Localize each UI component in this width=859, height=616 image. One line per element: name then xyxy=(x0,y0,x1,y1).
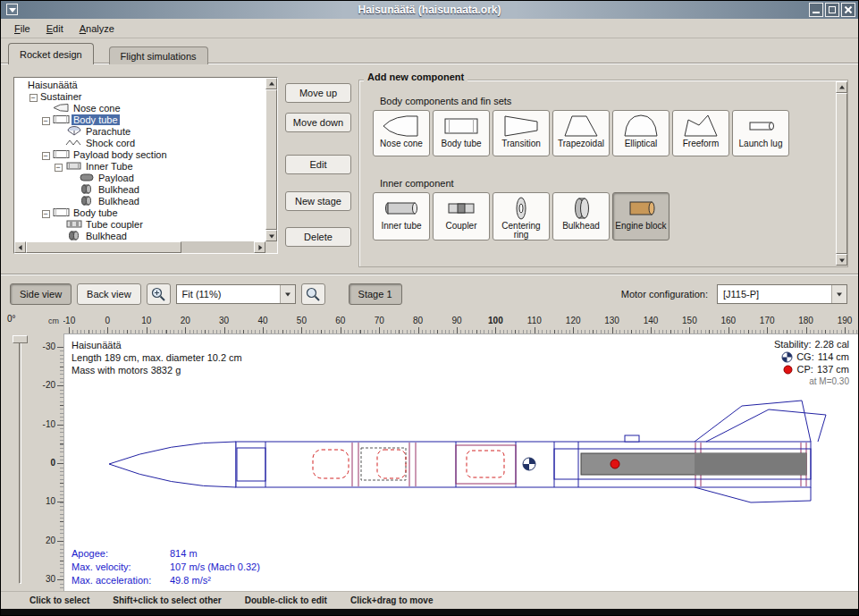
scroll-up-button[interactable] xyxy=(836,81,847,93)
side-view-button[interactable]: Side view xyxy=(10,283,72,305)
component-button-label: Inner tube xyxy=(381,222,421,231)
v-ruler-label: 30 xyxy=(46,574,55,584)
maximize-button[interactable] xyxy=(825,3,839,17)
scroll-left-button[interactable] xyxy=(14,241,26,253)
menu-file[interactable]: File xyxy=(6,21,38,37)
add-inner-tube-button[interactable]: Inner tube xyxy=(373,192,430,240)
add-trapezoidal-button[interactable]: Trapezoidal xyxy=(552,110,610,156)
tree-item-body-tube[interactable]: −Body tube xyxy=(14,207,265,218)
coupler-icon xyxy=(63,219,84,229)
add-elliptical-button[interactable]: Elliptical xyxy=(612,110,670,156)
move-up-button[interactable]: Move up xyxy=(285,83,351,103)
elliptical-fin-icon xyxy=(621,113,661,139)
tree-expander-minus-icon[interactable]: − xyxy=(42,210,50,218)
tab-flight-simulations[interactable]: Flight simulations xyxy=(109,46,208,64)
add-bulkhead-button[interactable]: Bulkhead xyxy=(552,192,610,240)
titlebar[interactable]: Haisunäätä (haisunaata.ork) xyxy=(1,1,858,19)
tree-item-label: Body tube xyxy=(72,114,120,125)
tree-item-nose-cone[interactable]: Nose cone xyxy=(14,102,265,114)
h-ruler-label: 180 xyxy=(798,316,813,325)
tree-item-bulkhead[interactable]: Bulkhead xyxy=(14,183,265,195)
component-button-label: Transition xyxy=(501,139,541,148)
tree-item-label: Bulkhead xyxy=(97,184,141,195)
component-group-label: Body components and fin sets xyxy=(380,96,511,106)
component-button-row: Inner tubeCouplerCentering ringBulkheadE… xyxy=(373,192,670,240)
launch-lug-shape[interactable] xyxy=(625,435,639,442)
new-stage-button[interactable]: New stage xyxy=(285,191,351,211)
move-down-button[interactable]: Move down xyxy=(285,113,351,132)
rotation-slider-track[interactable] xyxy=(19,337,21,584)
tree-item-payload-body-section[interactable]: −Payload body section xyxy=(14,148,265,160)
zoom-in-button[interactable] xyxy=(147,283,171,305)
zoom-fit-button[interactable] xyxy=(301,283,325,305)
add-component-panel: Add new component Body components and fi… xyxy=(358,71,848,267)
add-launch-lug-button[interactable]: Launch lug xyxy=(732,110,789,156)
tree-item-label: Payload xyxy=(97,173,136,183)
flight-stat-value: 814 m xyxy=(170,547,198,561)
add-transition-button[interactable]: Transition xyxy=(493,110,550,156)
tree-expander-minus-icon[interactable]: − xyxy=(29,94,38,102)
tree-expander-minus-icon[interactable]: − xyxy=(42,117,50,125)
tree-expander-minus-icon[interactable]: − xyxy=(55,164,63,172)
maximize-icon xyxy=(829,6,836,13)
payload-icon xyxy=(76,173,97,182)
add-engine-block-button[interactable]: Engine block xyxy=(612,192,670,240)
add-nose-cone-button[interactable]: Nose cone xyxy=(373,110,430,156)
add-centering-ring-button[interactable]: Centering ring xyxy=(493,192,550,240)
stage-1-toggle[interactable]: Stage 1 xyxy=(349,283,402,305)
tree-item-label: Parachute xyxy=(84,126,132,137)
nose-cone-shape[interactable] xyxy=(109,442,236,487)
motor-configuration-select[interactable]: [J115-P] xyxy=(717,284,847,304)
flight-stat-row: Max. acceleration:49.8 m/s² xyxy=(72,574,260,587)
rocket-name: Haisunäätä xyxy=(72,339,242,351)
h-ruler-label: 110 xyxy=(527,316,542,325)
menu-edit[interactable]: Edit xyxy=(38,21,72,37)
magnifier-plus-icon xyxy=(150,286,166,302)
panel-vertical-scrollbar[interactable] xyxy=(836,81,847,266)
scroll-down-button[interactable] xyxy=(265,230,277,241)
tree-item-inner-tube[interactable]: −Inner Tube xyxy=(14,160,265,172)
tree-item-bulkhead[interactable]: Bulkhead xyxy=(14,195,265,207)
rocket-info: Haisunäätä Length 189 cm, max. diameter … xyxy=(72,339,242,376)
tree-item-payload[interactable]: Payload xyxy=(14,172,265,183)
tree-expander-minus-icon[interactable]: − xyxy=(42,152,50,160)
tree-item-tube-coupler[interactable]: Tube coupler xyxy=(14,218,265,230)
scroll-thumb[interactable] xyxy=(836,93,847,254)
rocket-mass: Mass with motors 3832 g xyxy=(72,364,242,376)
arrow-left-icon xyxy=(18,245,21,250)
rotation-slider-handle[interactable] xyxy=(13,335,28,343)
close-button[interactable] xyxy=(841,3,855,17)
scroll-thumb[interactable] xyxy=(265,89,277,230)
scroll-right-button[interactable] xyxy=(254,241,265,253)
add-body-tube-button[interactable]: Body tube xyxy=(433,110,490,156)
tree-item-bulkhead[interactable]: Bulkhead xyxy=(14,230,265,241)
add-freeform-button[interactable]: Freeform xyxy=(672,110,729,156)
scroll-up-button[interactable] xyxy=(265,78,277,89)
minimize-button[interactable] xyxy=(809,3,823,17)
component-button-label: Bulkhead xyxy=(562,222,600,231)
menu-analyze[interactable]: Analyze xyxy=(72,21,122,37)
tree-vertical-scrollbar[interactable] xyxy=(265,78,277,241)
rocket-canvas[interactable]: Haisunäätä Length 189 cm, max. diameter … xyxy=(63,333,858,591)
arrow-down-icon xyxy=(839,258,845,262)
freeform-fin-icon xyxy=(681,113,720,139)
back-view-button[interactable]: Back view xyxy=(77,283,141,305)
component-tree[interactable]: Haisunäätä−SustainerNose cone−Body tubeP… xyxy=(14,78,265,241)
edit-button[interactable]: Edit xyxy=(285,155,351,174)
flight-stat-value: 49.8 m/s² xyxy=(170,574,211,587)
tab-rocket-design[interactable]: Rocket design xyxy=(8,43,94,64)
scroll-down-button[interactable] xyxy=(836,254,847,266)
coupler-icon xyxy=(442,195,481,222)
tree-item-shock-cord[interactable]: Shock cord xyxy=(14,137,265,148)
tree-item-sustainer[interactable]: −Sustainer xyxy=(14,90,265,102)
vertical-ruler: -30-20-100102030 xyxy=(31,333,63,591)
tree-item-haisun-t[interactable]: Haisunäätä xyxy=(14,79,265,90)
tree-item-body-tube[interactable]: −Body tube xyxy=(14,114,265,125)
delete-button[interactable]: Delete xyxy=(285,227,351,247)
zoom-level-select[interactable]: Fit (11%) xyxy=(176,284,296,304)
tree-item-parachute[interactable]: Parachute xyxy=(14,125,265,137)
scroll-thumb[interactable] xyxy=(26,241,181,253)
tree-horizontal-scrollbar[interactable] xyxy=(14,241,265,253)
add-coupler-button[interactable]: Coupler xyxy=(433,192,490,240)
scrollbar-corner xyxy=(265,241,277,253)
